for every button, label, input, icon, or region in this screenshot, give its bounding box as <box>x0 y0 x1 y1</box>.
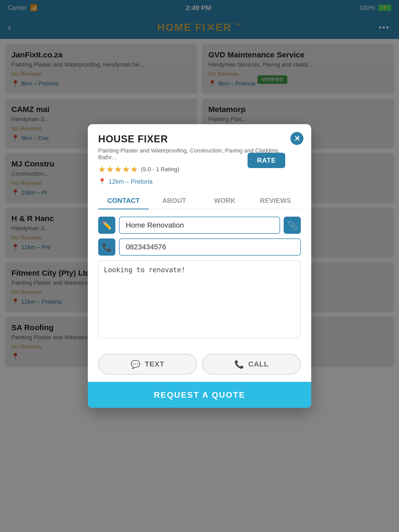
call-button[interactable]: 📞 CALL <box>202 354 301 375</box>
edit-icon: ✏️ <box>98 217 115 234</box>
modal-title: HOUSE FIXER <box>98 134 301 145</box>
attach-icon[interactable]: 📎 <box>284 217 301 234</box>
phone-row: 📞 <box>98 238 301 256</box>
location-text: 12km – Pretoria <box>109 178 152 185</box>
modal-location: 📍 12km – Pretoria <box>98 178 301 185</box>
contact-tab-content: ✏️ 📎 📞 Looking to renovate! <box>88 209 311 354</box>
text-button-label: TEXT <box>145 360 164 368</box>
phone-input[interactable] <box>119 238 301 256</box>
star-rating: ★★★★★ <box>98 164 138 174</box>
job-title-input[interactable] <box>119 217 280 234</box>
rate-button[interactable]: RATE <box>248 153 285 168</box>
modal-header: ✕ HOUSE FIXER Painting Plaster and Water… <box>88 124 311 190</box>
rating-text: (5.0 - 1 Rating) <box>141 166 179 173</box>
modal-tabs: CONTACTABOUTWORKREVIEWS <box>98 190 301 209</box>
message-input[interactable]: Looking to renovate! <box>98 260 301 338</box>
job-title-row: ✏️ 📎 <box>98 217 301 234</box>
action-buttons-row: 💬 TEXT 📞 CALL <box>88 354 311 382</box>
tab-about[interactable]: ABOUT <box>149 190 200 209</box>
call-button-icon: 📞 <box>234 360 244 369</box>
close-button[interactable]: ✕ <box>290 132 303 145</box>
modal-overlay[interactable]: ✕ HOUSE FIXER Painting Plaster and Water… <box>0 0 399 532</box>
phone-icon: 📞 <box>98 238 115 256</box>
modal-dialog: ✕ HOUSE FIXER Painting Plaster and Water… <box>88 124 311 408</box>
request-quote-button[interactable]: REQUEST A QUOTE <box>88 382 311 408</box>
location-pin-icon: 📍 <box>98 178 106 185</box>
tab-work[interactable]: WORK <box>200 190 250 209</box>
tab-contact[interactable]: CONTACT <box>98 190 149 209</box>
tab-reviews[interactable]: REVIEWS <box>250 190 301 209</box>
text-button[interactable]: 💬 TEXT <box>98 354 197 375</box>
text-button-icon: 💬 <box>131 360 141 369</box>
call-button-label: CALL <box>248 360 269 368</box>
